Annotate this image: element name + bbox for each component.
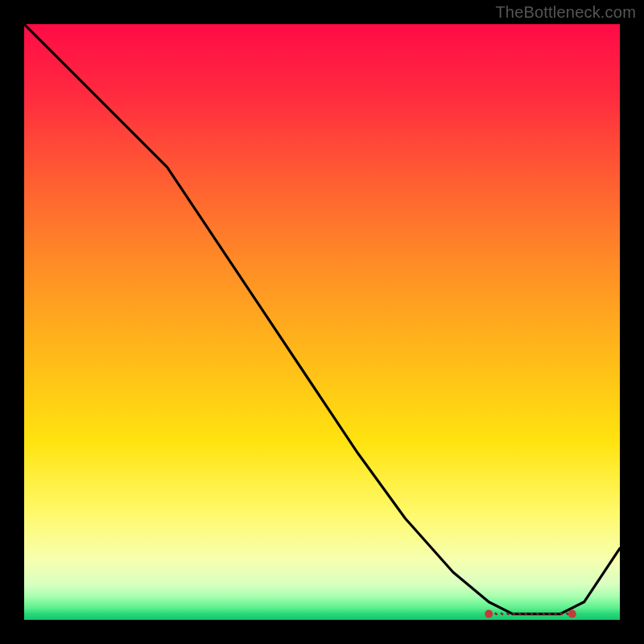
watermark-text: TheBottleneck.com [495, 3, 636, 22]
line-curve [24, 24, 620, 620]
chart-frame: TheBottleneck.com [0, 0, 644, 644]
svg-point-1 [568, 610, 576, 618]
svg-point-0 [485, 610, 493, 618]
plot-area [24, 24, 620, 620]
